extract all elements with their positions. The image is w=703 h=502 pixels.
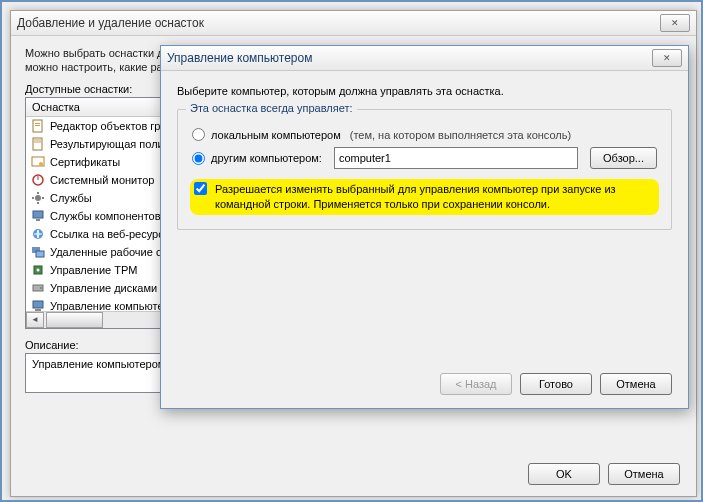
policy-icon <box>30 136 46 152</box>
close-icon[interactable]: ✕ <box>652 49 682 67</box>
svg-rect-8 <box>33 211 43 218</box>
svg-rect-2 <box>35 125 40 126</box>
allow-change-row[interactable]: Разрешается изменять выбранный для управ… <box>190 179 659 215</box>
link-icon <box>30 226 46 242</box>
child-titlebar: Управление компьютером ✕ <box>161 46 688 71</box>
svg-rect-9 <box>36 219 40 221</box>
svg-point-7 <box>35 195 41 201</box>
list-item-label: Службы <box>50 192 92 204</box>
close-icon[interactable]: ✕ <box>660 14 690 32</box>
wizard-prompt: Выберите компьютер, которым должна управ… <box>177 85 672 97</box>
allow-change-checkbox[interactable] <box>194 182 207 195</box>
gear-icon <box>30 190 46 206</box>
cert-icon <box>30 154 46 170</box>
list-item-label: Сертификаты <box>50 156 120 168</box>
svg-point-5 <box>39 162 43 166</box>
svg-rect-1 <box>35 123 40 124</box>
tpm-icon <box>30 262 46 278</box>
list-item-label: Управление дисками <box>50 282 157 294</box>
svg-point-16 <box>40 287 42 289</box>
scroll-thumb[interactable] <box>46 312 103 328</box>
list-item-label: Службы компонентов <box>50 210 161 222</box>
back-button: < Назад <box>440 373 512 395</box>
parent-title: Добавление и удаление оснасток <box>17 16 204 30</box>
disk-icon <box>30 280 46 296</box>
doc-icon <box>30 118 46 134</box>
svg-rect-17 <box>33 301 43 308</box>
svg-point-14 <box>37 268 40 271</box>
allow-change-label: Разрешается изменять выбранный для управ… <box>215 182 651 212</box>
radio-local-row[interactable]: локальным компьютером (тем, на котором в… <box>192 128 657 141</box>
browse-button[interactable]: Обзор... <box>590 147 657 169</box>
radio-remote[interactable] <box>192 152 205 165</box>
perf-icon <box>30 172 46 188</box>
computer-management-wizard: Управление компьютером ✕ Выберите компью… <box>160 45 689 409</box>
fieldset-legend: Эта оснастка всегда управляет: <box>186 102 357 114</box>
radio-local[interactable] <box>192 128 205 141</box>
comp-icon <box>30 208 46 224</box>
scroll-left-icon[interactable]: ◄ <box>26 312 44 328</box>
child-title: Управление компьютером <box>167 51 312 65</box>
svg-rect-12 <box>36 251 44 257</box>
finish-button[interactable]: Готово <box>520 373 592 395</box>
rdp-icon <box>30 244 46 260</box>
radio-local-hint: (тем, на котором выполняется эта консоль… <box>350 129 571 141</box>
list-item-label: Системный монитор <box>50 174 154 186</box>
list-item-label: Ссылка на веб-ресурс <box>50 228 164 240</box>
parent-titlebar: Добавление и удаление оснасток ✕ <box>11 11 696 36</box>
remote-computer-input[interactable] <box>334 147 578 169</box>
list-item-label: Управление TPM <box>50 264 137 276</box>
radio-local-label: локальным компьютером <box>211 129 341 141</box>
cancel-button[interactable]: Отмена <box>608 463 680 485</box>
radio-remote-label: другим компьютером: <box>211 152 322 164</box>
ok-button[interactable]: OK <box>528 463 600 485</box>
target-fieldset: Эта оснастка всегда управляет: локальным… <box>177 109 672 230</box>
cancel-button[interactable]: Отмена <box>600 373 672 395</box>
radio-remote-row[interactable]: другим компьютером: Обзор... <box>192 147 657 169</box>
description-text: Управление компьютером <box>32 358 165 370</box>
